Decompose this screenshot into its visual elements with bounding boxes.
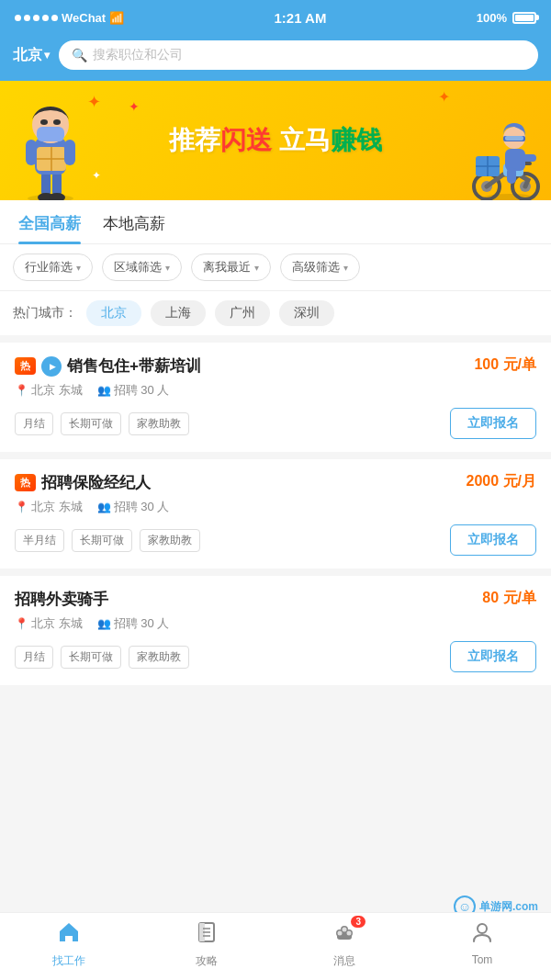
job-footer-1: 月结 长期可做 家教助教 立即报名 xyxy=(15,408,536,439)
confetti-4: ✦ xyxy=(92,169,101,182)
job-tag-1-1: 长期可做 xyxy=(61,412,121,435)
job-header-1: 热 销售包住+带薪培训 100 元/单 xyxy=(15,355,536,377)
job-recruits-2: 👥 招聘 30 人 xyxy=(97,499,170,515)
job-tag-1-0: 月结 xyxy=(15,412,53,435)
battery-icon xyxy=(512,12,536,24)
job-recruits-3: 👥 招聘 30 人 xyxy=(97,615,170,632)
filter-area[interactable]: 区域筛选 ▾ xyxy=(102,253,182,281)
city-shanghai[interactable]: 上海 xyxy=(151,300,206,326)
job-tag-2-1: 长期可做 xyxy=(72,529,132,552)
filter-advanced[interactable]: 高级筛选 ▾ xyxy=(280,253,360,281)
location-icon-2: 📍 xyxy=(15,501,28,513)
location-text: 北京 xyxy=(13,46,42,65)
svg-rect-29 xyxy=(520,154,536,162)
people-icon-3: 👥 xyxy=(97,617,111,630)
tab-local[interactable]: 本地高薪 xyxy=(103,213,165,243)
banner-text: 推荐闪送 立马赚钱 xyxy=(169,123,382,158)
location-icon-3: 📍 xyxy=(15,617,28,630)
job-tag-2-2: 家教助教 xyxy=(140,529,200,552)
location-arrow: ▾ xyxy=(44,49,50,62)
home-icon xyxy=(57,920,81,950)
caret-icon: ▾ xyxy=(165,263,170,273)
apply-button-2[interactable]: 立即报名 xyxy=(450,524,536,556)
wifi-icon: 📶 xyxy=(109,11,124,25)
confetti-2: ✦ xyxy=(129,99,140,114)
city-beijing[interactable]: 北京 xyxy=(86,300,141,326)
nav-profile[interactable]: Tom xyxy=(455,920,510,969)
job-tag-3-0: 月结 xyxy=(15,646,53,669)
header: 北京 ▾ 🔍 搜索职位和公司 xyxy=(0,33,551,81)
nav-message[interactable]: 3 消息 xyxy=(317,920,372,969)
signal-dots xyxy=(15,15,58,21)
nav-label-profile: Tom xyxy=(472,953,493,966)
job-meta-2: 📍 北京 东城 👥 招聘 30 人 xyxy=(15,499,536,515)
search-input: 搜索职位和公司 xyxy=(93,47,183,63)
caret-icon: ▾ xyxy=(343,263,348,273)
job-header-3: 招聘外卖骑手 80 元/单 xyxy=(15,589,536,610)
job-title-1: 销售包住+带薪培训 xyxy=(67,355,201,377)
svg-rect-30 xyxy=(507,167,516,184)
people-icon-2: 👥 xyxy=(97,501,111,513)
svg-rect-10 xyxy=(64,140,75,165)
job-card-3: 招聘外卖骑手 80 元/单 📍 北京 东城 👥 招聘 30 人 月结 长期可做 … xyxy=(0,576,551,685)
svg-point-43 xyxy=(478,924,487,933)
svg-rect-1 xyxy=(41,171,51,197)
nav-label-strategy: 攻略 xyxy=(196,953,218,969)
profile-icon xyxy=(470,920,494,950)
hot-badge-2: 热 xyxy=(15,474,36,491)
city-shenzhen[interactable]: 深圳 xyxy=(279,300,334,326)
location-icon-1: 📍 xyxy=(15,384,28,397)
job-title-2: 招聘保险经纪人 xyxy=(41,472,151,493)
city-guangzhou[interactable]: 广州 xyxy=(215,300,270,326)
job-tag-3-1: 长期可做 xyxy=(61,646,121,669)
banner-figure-left xyxy=(9,99,92,200)
status-time: 1:21 AM xyxy=(274,10,326,26)
job-salary-2: 2000 元/月 xyxy=(467,472,536,491)
apply-button-3[interactable]: 立即报名 xyxy=(450,641,536,672)
banner-highlight2: 赚钱 xyxy=(331,126,382,154)
job-title-row-3: 招聘外卖骑手 xyxy=(15,589,108,610)
svg-rect-9 xyxy=(26,140,37,165)
filter-nearby[interactable]: 离我最近 ▾ xyxy=(191,253,271,281)
nav-label-find-job: 找工作 xyxy=(52,953,85,969)
banner-text2: 立马 xyxy=(272,126,331,154)
job-recruits-1: 👥 招聘 30 人 xyxy=(97,382,170,399)
tab-national[interactable]: 全国高薪 xyxy=(18,213,81,243)
nav-strategy[interactable]: 攻略 xyxy=(179,920,234,969)
job-tag-3-2: 家教助教 xyxy=(129,646,189,669)
job-title-row-2: 热 招聘保险经纪人 xyxy=(15,472,151,493)
search-icon: 🔍 xyxy=(72,48,87,62)
search-bar[interactable]: 🔍 搜索职位和公司 xyxy=(59,40,538,70)
job-tags-1: 月结 长期可做 家教助教 xyxy=(15,412,189,435)
hot-cities-label: 热门城市： xyxy=(13,305,77,321)
svg-point-40 xyxy=(338,931,343,936)
filter-industry[interactable]: 行业筛选 ▾ xyxy=(13,253,93,281)
bottom-nav: 找工作 攻略 3 消息 xyxy=(0,912,551,980)
svg-point-13 xyxy=(40,119,48,125)
job-card-2: 热 招聘保险经纪人 2000 元/月 📍 北京 东城 👥 招聘 30 人 半月结… xyxy=(0,459,551,569)
job-location-2: 📍 北京 东城 xyxy=(15,499,83,515)
people-icon-1: 👥 xyxy=(97,384,111,397)
nav-find-job[interactable]: 找工作 xyxy=(41,920,96,969)
hot-badge-1: 热 xyxy=(15,357,36,375)
svg-rect-27 xyxy=(505,136,523,141)
job-title-3: 招聘外卖骑手 xyxy=(15,589,108,610)
job-tags-3: 月结 长期可做 家教助教 xyxy=(15,646,189,669)
location-button[interactable]: 北京 ▾ xyxy=(13,46,50,65)
banner: 推荐闪送 立马赚钱 xyxy=(0,81,551,200)
job-card-1: 热 销售包住+带薪培训 100 元/单 📍 北京 东城 👥 招聘 30 人 月结… xyxy=(0,343,551,452)
banner-text1: 推荐 xyxy=(169,126,220,154)
job-tag-2-0: 半月结 xyxy=(15,529,64,552)
filters: 行业筛选 ▾ 区域筛选 ▾ 离我最近 ▾ 高级筛选 ▾ xyxy=(0,244,551,291)
video-badge-1 xyxy=(41,356,62,377)
job-tags-2: 半月结 长期可做 家教助教 xyxy=(15,529,200,552)
apply-button-1[interactable]: 立即报名 xyxy=(450,408,536,439)
book-icon xyxy=(195,920,219,950)
confetti-3: ✦ xyxy=(438,88,450,106)
caret-icon: ▾ xyxy=(254,263,259,273)
job-location-3: 📍 北京 东城 xyxy=(15,615,83,632)
job-tag-1-2: 家教助教 xyxy=(129,412,189,435)
job-salary-1: 100 元/单 xyxy=(474,355,536,375)
banner-figure-right xyxy=(468,108,542,200)
svg-rect-12 xyxy=(37,127,64,141)
